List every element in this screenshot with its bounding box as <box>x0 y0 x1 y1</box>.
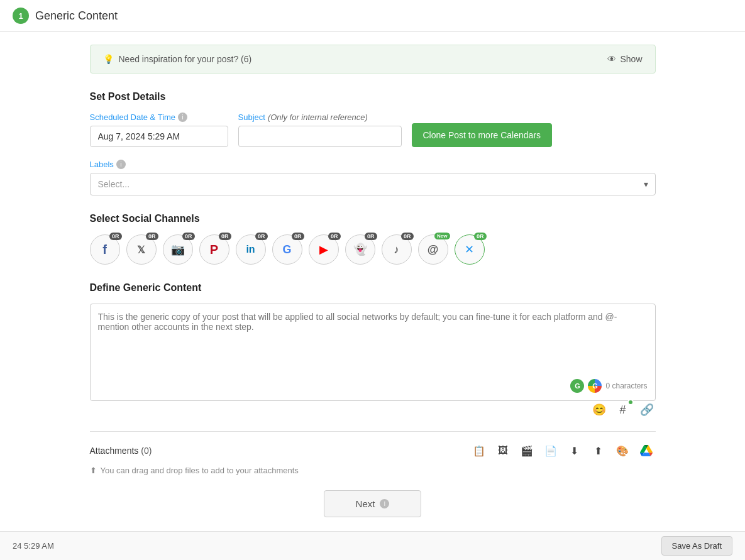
char-count: 0 characters <box>605 382 647 390</box>
link-button[interactable]: 🔗 <box>638 401 656 419</box>
content-section: Define Generic Content G G 0 characters … <box>90 282 656 419</box>
emoji-button[interactable]: 😊 <box>590 401 608 419</box>
attach-upload-button[interactable]: ⬆ <box>589 442 608 459</box>
inspiration-banner: 💡 Need inspiration for your post? (6) 👁 … <box>90 45 656 74</box>
scheduled-date-input[interactable] <box>90 126 228 147</box>
footer: 24 5:29 AM Save As Draft <box>0 531 745 560</box>
header: 1 Generic Content <box>0 0 745 32</box>
threads-icon: @ <box>428 243 439 256</box>
attachments-header: Attachments (0) 📋 🖼 🎬 📄 ⬇ ⬆ 🎨 <box>90 442 656 459</box>
hashtag-dot <box>627 399 634 405</box>
twitter-icon: 𝕏 <box>137 244 145 256</box>
attach-note-button[interactable]: 📋 <box>470 442 488 459</box>
channel-threads[interactable]: @ New <box>418 234 448 265</box>
attach-download-button[interactable]: ⬇ <box>565 442 584 459</box>
facebook-badge: 0R <box>109 233 122 240</box>
subject-input[interactable] <box>238 126 402 147</box>
attachment-icons-row: 📋 🖼 🎬 📄 ⬇ ⬆ 🎨 <box>470 442 656 459</box>
content-toolbar: 😊 # 🔗 <box>90 401 656 419</box>
grammarly-multicolor-icon[interactable]: G <box>588 379 602 393</box>
pinterest-icon: P <box>210 243 218 257</box>
youtube-icon: ▶ <box>319 243 328 256</box>
twitter-badge: 0R <box>146 233 158 240</box>
channel-google[interactable]: G 0R <box>272 234 302 265</box>
attach-gallery-button[interactable]: 🎨 <box>613 442 632 459</box>
instagram-icon: 📷 <box>171 243 185 256</box>
channel-twitter[interactable]: 𝕏 0R <box>126 234 157 265</box>
drag-drop-hint: ⬆ You can drag and drop files to add to … <box>90 466 656 475</box>
next-section: Next i <box>90 490 656 517</box>
channels-row: f 0R 𝕏 0R 📷 0R P 0R in 0R <box>90 234 656 265</box>
subject-label: Subject (Only for internal reference) <box>238 113 402 122</box>
channel-pinterest[interactable]: P 0R <box>199 234 229 265</box>
linkedin-icon: in <box>246 244 255 255</box>
xpro-icon: ✕ <box>465 243 474 256</box>
attachments-title: Attachments (0) <box>90 446 152 456</box>
next-info-icon: i <box>380 499 389 508</box>
set-post-details-title: Set Post Details <box>90 91 656 102</box>
attachments-section: Attachments (0) 📋 🖼 🎬 📄 ⬇ ⬆ 🎨 <box>90 431 656 475</box>
instagram-badge: 0R <box>182 233 195 240</box>
upload-icon: ⬆ <box>90 466 97 475</box>
xpro-badge: 0R <box>474 233 487 240</box>
youtube-badge: 0R <box>328 233 341 240</box>
tiktok-badge: 0R <box>401 233 414 240</box>
define-content-title: Define Generic Content <box>90 282 656 294</box>
save-as-draft-button[interactable]: Save As Draft <box>661 536 732 556</box>
footer-time: 24 5:29 AM <box>13 541 54 551</box>
scheduled-date-group: Scheduled Date & Time i <box>90 113 228 147</box>
channel-youtube[interactable]: ▶ 0R <box>309 234 339 265</box>
google-badge: 0R <box>292 233 304 240</box>
next-button[interactable]: Next i <box>324 490 422 517</box>
scheduled-date-info-icon[interactable]: i <box>178 113 187 122</box>
step-badge: 1 <box>13 8 29 24</box>
channel-xpro[interactable]: ✕ 0R <box>455 234 485 265</box>
attach-image-button[interactable]: 🖼 <box>494 442 512 459</box>
lightbulb-icon: 💡 <box>103 54 114 64</box>
channel-linkedin[interactable]: in 0R <box>236 234 266 265</box>
clone-post-button[interactable]: Clone Post to more Calendars <box>412 123 553 147</box>
hashtag-icon: # <box>619 404 626 417</box>
channel-facebook[interactable]: f 0R <box>90 234 120 265</box>
facebook-icon: f <box>102 243 107 257</box>
pinterest-badge: 0R <box>219 233 231 240</box>
labels-info-icon[interactable]: i <box>116 160 126 169</box>
hashtag-button[interactable]: # <box>614 401 632 419</box>
inspiration-text: 💡 Need inspiration for your post? (6) <box>103 54 252 64</box>
snapchat-badge: 0R <box>365 233 377 240</box>
attach-drive-button[interactable] <box>637 442 656 459</box>
show-inspiration-button[interactable]: 👁 Show <box>607 54 642 64</box>
channel-snapchat[interactable]: 👻 0R <box>345 234 375 265</box>
labels-label: Labels i <box>90 160 656 169</box>
labels-select-wrapper: Select... <box>90 173 656 195</box>
subject-group: Subject (Only for internal reference) <box>238 113 402 147</box>
page-title: Generic Content <box>35 9 118 23</box>
labels-section: Labels i Select... <box>90 160 656 195</box>
attach-doc-button[interactable]: 📄 <box>541 442 560 459</box>
tiktok-icon: ♪ <box>394 243 399 256</box>
channel-tiktok[interactable]: ♪ 0R <box>382 234 412 265</box>
grammarly-green-icon[interactable]: G <box>570 379 584 393</box>
threads-new-badge: New <box>434 233 450 239</box>
channel-instagram[interactable]: 📷 0R <box>163 234 193 265</box>
social-channels-section: Select Social Channels f 0R 𝕏 0R 📷 0R P … <box>90 213 656 265</box>
linkedin-badge: 0R <box>255 233 268 240</box>
social-channels-title: Select Social Channels <box>90 213 656 224</box>
google-icon: G <box>282 243 291 256</box>
scheduled-date-label: Scheduled Date & Time i <box>90 113 228 122</box>
attach-video-button[interactable]: 🎬 <box>517 442 536 459</box>
snapchat-icon: 👻 <box>353 243 367 256</box>
content-textarea[interactable] <box>98 312 648 375</box>
labels-select[interactable]: Select... <box>90 173 656 195</box>
eye-icon: 👁 <box>607 54 616 64</box>
post-details-row: Scheduled Date & Time i Subject (Only fo… <box>90 113 656 147</box>
main-content: 💡 Need inspiration for your post? (6) 👁 … <box>65 32 681 560</box>
content-textarea-wrapper[interactable]: G G 0 characters <box>90 304 656 401</box>
